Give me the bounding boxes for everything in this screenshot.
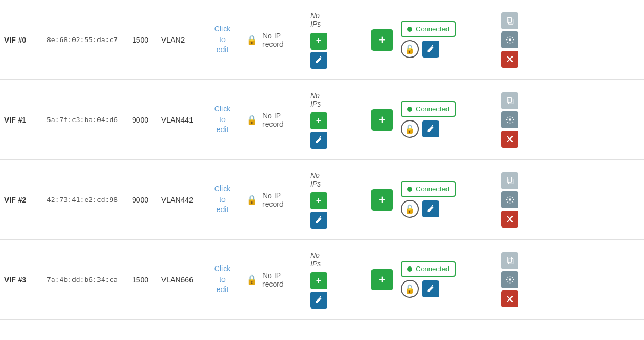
add-button[interactable]: + — [371, 189, 393, 211]
connected-label: Connected — [416, 25, 449, 33]
copy-button[interactable] — [501, 12, 518, 29]
vif-lock: 🔒 — [241, 274, 262, 286]
delete-button[interactable] — [501, 51, 518, 68]
edit-pencil-icon — [427, 205, 434, 213]
edit-pencil-icon — [427, 285, 434, 293]
vif-mac: 42:73:41:e2:cd:98 — [47, 196, 132, 204]
copy-button[interactable] — [501, 172, 518, 189]
settings-button[interactable] — [501, 191, 518, 208]
vif-ip-record: No IPrecord — [262, 111, 310, 128]
vif-edit[interactable]: Clicktoedit — [204, 264, 241, 295]
connected-button[interactable]: Connected — [401, 21, 456, 37]
vif-row-3: VIF #3 7a:4b:dd:b6:34:ca 1500 VLAN666 Cl… — [0, 240, 644, 320]
unlock-button[interactable]: 🔓 — [401, 280, 419, 298]
vif-mac: 7a:4b:dd:b6:34:ca — [47, 276, 132, 284]
copy-button[interactable] — [501, 92, 518, 109]
svg-point-7 — [509, 118, 511, 121]
vif-ip-record: No IPrecord — [262, 31, 310, 48]
vif-row-actions — [497, 172, 523, 228]
unlock-button[interactable]: 🔓 — [401, 120, 419, 138]
vif-edit-link[interactable]: Clicktoedit — [204, 184, 241, 215]
vif-ips: NoIPs + — [310, 91, 364, 149]
connected-dot — [407, 27, 412, 32]
vif-edit-link[interactable]: Clicktoedit — [204, 264, 241, 295]
vif-ip-record: No IPrecord — [262, 191, 310, 208]
vif-edit[interactable]: Clicktoedit — [204, 24, 241, 55]
copy-icon — [506, 176, 514, 184]
vif-add[interactable]: + — [364, 109, 401, 131]
add-ip-button[interactable]: + — [310, 272, 327, 289]
add-ip-button[interactable]: + — [310, 33, 327, 50]
connected-dot — [407, 107, 412, 112]
vif-add[interactable]: + — [364, 29, 401, 51]
settings-button[interactable] — [501, 111, 518, 128]
vif-edit-link[interactable]: Clicktoedit — [204, 104, 241, 135]
pencil-icon — [315, 296, 323, 304]
add-ip-button[interactable]: + — [310, 112, 327, 129]
lock-open-icon: 🔓 — [404, 44, 415, 54]
vif-edit[interactable]: Clicktoedit — [204, 104, 241, 135]
edit-vif-button[interactable] — [422, 120, 439, 137]
vif-edit-link[interactable]: Clicktoedit — [204, 24, 241, 55]
edit-ip-button[interactable] — [310, 212, 327, 229]
delete-icon — [507, 136, 513, 142]
delete-button[interactable] — [501, 211, 518, 228]
vif-status-area: Connected 🔓 — [401, 261, 497, 298]
copy-icon — [506, 256, 514, 264]
delete-icon — [507, 216, 513, 222]
edit-ip-button[interactable] — [310, 292, 327, 309]
pencil-icon — [315, 216, 323, 224]
settings-button[interactable] — [501, 31, 518, 48]
svg-rect-16 — [507, 257, 511, 263]
connected-button[interactable]: Connected — [401, 261, 456, 277]
vif-row-actions — [497, 92, 523, 148]
svg-rect-1 — [507, 18, 511, 23]
svg-point-12 — [509, 198, 511, 201]
unlock-button[interactable]: 🔓 — [401, 40, 419, 58]
vif-mac: 8e:68:02:55:da:c7 — [47, 36, 132, 44]
svg-point-2 — [509, 38, 511, 41]
vif-ips: NoIPs + — [310, 11, 364, 69]
add-button[interactable]: + — [371, 269, 393, 290]
delete-button[interactable] — [501, 290, 518, 307]
vif-edit[interactable]: Clicktoedit — [204, 184, 241, 215]
gear-icon — [506, 196, 514, 204]
vif-mtu: 1500 — [132, 36, 161, 44]
vif-lock: 🔒 — [241, 114, 262, 126]
vif-add[interactable]: + — [364, 189, 401, 211]
vif-vlan: VLAN442 — [161, 196, 204, 204]
vif-name: VIF #0 — [4, 36, 47, 44]
vif-vlan: VLAN666 — [161, 276, 204, 284]
lock-icon: 🔒 — [246, 34, 258, 46]
edit-vif-button[interactable] — [422, 280, 439, 297]
edit-ip-button[interactable] — [310, 52, 327, 69]
connected-button[interactable]: Connected — [401, 101, 456, 117]
vif-ips: NoIPs + — [310, 171, 364, 229]
connected-label: Connected — [416, 265, 449, 273]
vif-row-actions — [497, 12, 523, 68]
status-actions-row: 🔓 — [401, 120, 439, 138]
connected-label: Connected — [416, 105, 449, 113]
delete-button[interactable] — [501, 131, 518, 148]
copy-button[interactable] — [501, 252, 518, 269]
unlock-button[interactable]: 🔓 — [401, 200, 419, 218]
lock-icon: 🔒 — [246, 274, 258, 286]
status-actions-row: 🔓 — [401, 280, 439, 298]
connected-button[interactable]: Connected — [401, 181, 456, 197]
vif-ip-record: No IPrecord — [262, 271, 310, 288]
lock-open-icon: 🔓 — [404, 204, 415, 214]
vif-add[interactable]: + — [364, 269, 401, 290]
lock-icon: 🔒 — [246, 114, 258, 126]
add-ip-button[interactable]: + — [310, 192, 327, 209]
add-button[interactable]: + — [371, 109, 393, 131]
edit-vif-button[interactable] — [422, 41, 439, 58]
status-actions-row: 🔓 — [401, 40, 439, 58]
vif-ips: NoIPs + — [310, 251, 364, 309]
vif-lock: 🔒 — [241, 34, 262, 46]
edit-ip-button[interactable] — [310, 132, 327, 149]
copy-icon — [506, 17, 514, 25]
settings-button[interactable] — [501, 271, 518, 288]
add-button[interactable]: + — [371, 29, 393, 51]
no-ips-label: NoIPs — [310, 11, 321, 28]
edit-vif-button[interactable] — [422, 200, 439, 217]
